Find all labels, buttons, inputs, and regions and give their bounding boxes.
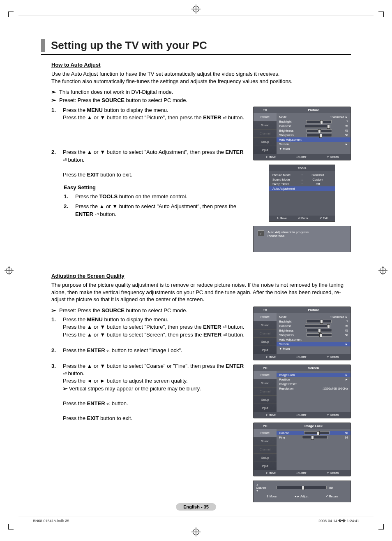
sec2-step3: Press the ▲ or ▼ button to select "Coars… <box>63 362 247 423</box>
osd-screen-menu: PCScreen Picture Sound Channel Setup Inp… <box>253 365 351 418</box>
sec1-p1: Use the Auto Adjust function to have the… <box>51 71 279 77</box>
step-2-body: Press the ▲ or ▼ button to select "Auto … <box>63 149 247 179</box>
osd-coarse-adjust: ▲Coarse▼ 50 ⇕ Move◄► Adjust↶ Return <box>253 481 351 502</box>
sec1-note2: Preset: Press the SOURCE button to selec… <box>59 96 187 104</box>
note-arrow-icon: ➢ <box>51 96 56 104</box>
enter-icon: ⏎ <box>223 332 227 337</box>
enter-icon: ⏎ <box>63 371 67 376</box>
step-1-number: 1. <box>51 107 59 121</box>
registration-mark-right <box>380 267 386 274</box>
enter-icon: ⏎ <box>106 401 110 406</box>
footer-right: 2008-04-14 �� 1:24:41 <box>318 519 359 523</box>
osd-auto-adjustment-hl: Auto Adjustment <box>277 137 350 142</box>
section-auto-adjust-heading: How to Auto Adjust <box>51 62 351 68</box>
sec1-note1: This function does not work in DVI-Digit… <box>59 88 173 96</box>
enter-icon: ⏎ <box>95 212 99 217</box>
footer-left: BN68-01541A.indb 35 <box>33 519 69 523</box>
step-2-number: 2. <box>51 149 59 179</box>
sec1-p2: The function also automatically fine-tun… <box>51 78 293 84</box>
osd-coarse-hl: Coarse50 <box>277 431 350 435</box>
enter-icon: ⏎ <box>63 158 67 163</box>
enter-icon: ⏎ <box>223 115 226 120</box>
osd-picture-menu-2: TVPicture Picture Sound Channel Setup In… <box>253 306 351 360</box>
info-icon: i <box>258 230 264 236</box>
osd-side-picture: Picture <box>254 113 277 121</box>
registration-mark-bottom <box>193 529 199 535</box>
osd-progress-note: i Auto Adjustment in progress.Please wai… <box>253 226 351 252</box>
section-screen-quality-heading: Adjusting the Screen Quality <box>51 273 351 279</box>
easy-step2: Press the ▲ or ▼ button to select "Auto … <box>75 203 247 218</box>
registration-mark-left <box>6 267 12 274</box>
easy-step1: Press the TOOLS button on the remote con… <box>75 193 247 200</box>
sec2-step2: Press the ENTER ⏎ button to select "Imag… <box>63 347 247 354</box>
note-arrow-icon: ➢ <box>62 385 68 392</box>
enter-icon: ⏎ <box>223 325 226 330</box>
note-arrow-icon: ➢ <box>51 306 56 315</box>
page-title: Setting up the TV with your PC <box>51 39 207 52</box>
osd-image-lock-hl: Image Lock► <box>277 373 350 377</box>
easy-setting-heading: Easy Setting <box>64 184 247 190</box>
osd-side-sound: Sound <box>254 121 277 130</box>
step-1-body: Press the MENU button to display the men… <box>63 107 247 121</box>
sec2-paragraph: The purpose of the picture quality adjus… <box>51 281 351 303</box>
osd-image-lock-menu: PCImage Lock Picture Sound Channel Setup… <box>253 423 351 476</box>
title-accent-bar <box>41 39 45 52</box>
registration-mark-top <box>193 6 199 12</box>
osd-tools-menu: Tools Picture Mode:Standard Sound Mode:C… <box>269 165 335 222</box>
page-number-badge: English - 35 <box>176 503 216 511</box>
osd-side-channel: Channel <box>254 130 277 138</box>
tools-auto-adj-hl: Auto Adjustment <box>269 186 335 191</box>
osd-screen-hl: Screen► <box>277 342 350 346</box>
osd-picture-menu-1: TVPicture Picture Sound Channel Setup In… <box>253 107 351 160</box>
note-arrow-icon: ➢ <box>51 88 56 96</box>
osd-side-setup: Setup <box>254 138 277 146</box>
osd-side-input: Input <box>254 146 277 154</box>
sec2-step1: Press the MENU button to display the men… <box>63 316 247 339</box>
enter-icon: ⏎ <box>106 348 110 353</box>
